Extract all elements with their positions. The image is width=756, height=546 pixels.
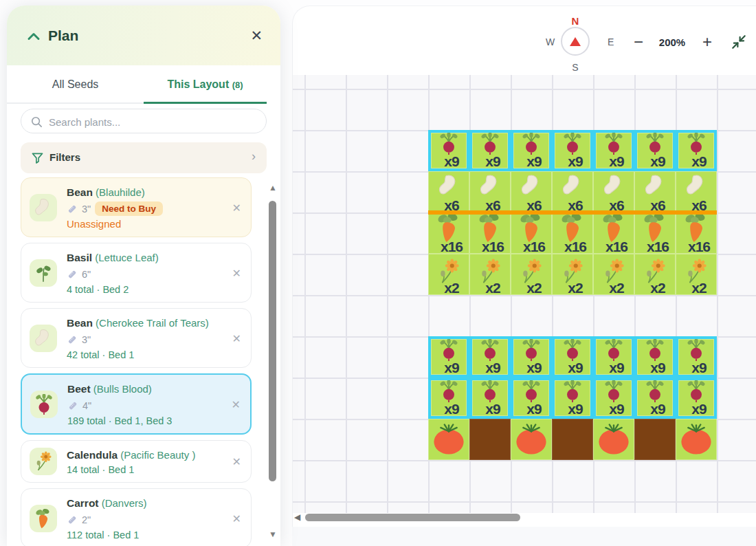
garden-grid[interactable]: x9x9x9x9x9x9x9x6x6x6x6x6x6x6x16x16x16x16… bbox=[293, 75, 756, 513]
planting-tile-beet[interactable]: x9 bbox=[634, 336, 676, 378]
planting-tile-carrot[interactable]: x16 bbox=[593, 212, 634, 254]
beet-icon bbox=[562, 339, 583, 361]
planting-tile-carrot[interactable]: x16 bbox=[676, 212, 717, 254]
planting-tile-calendula[interactable]: x2 bbox=[428, 254, 469, 295]
planting-tile-calendula[interactable]: x2 bbox=[676, 254, 717, 295]
remove-plant-button[interactable]: ✕ bbox=[232, 201, 241, 214]
scroll-down-button[interactable]: ▼ bbox=[269, 529, 277, 539]
planting-tile-calendula[interactable]: x2 bbox=[511, 254, 552, 295]
search-input[interactable] bbox=[47, 111, 256, 133]
beet-icon bbox=[603, 133, 625, 155]
planting-tile-calendula[interactable]: x2 bbox=[634, 254, 676, 295]
tile-count: x2 bbox=[552, 280, 593, 296]
tile-count: x9 bbox=[513, 153, 549, 170]
remove-plant-button[interactable]: ✕ bbox=[232, 512, 241, 525]
plant-spacing: 6" bbox=[82, 269, 91, 280]
tomato-icon bbox=[430, 421, 468, 458]
search-box bbox=[21, 109, 267, 133]
plant-card[interactable]: Carrot (Danvers)2"112 total · Bed 1✕ bbox=[21, 488, 252, 546]
planting-tile-beet[interactable]: x9 bbox=[634, 130, 676, 171]
planting-tile-beet[interactable]: x9 bbox=[511, 336, 552, 378]
planting-tile-beet[interactable]: x9 bbox=[676, 130, 717, 171]
planting-tile-bean[interactable]: x6 bbox=[511, 171, 552, 212]
planting-tile-tomato[interactable] bbox=[676, 419, 717, 460]
scroll-up-button[interactable]: ▲ bbox=[269, 183, 277, 193]
beet-icon bbox=[34, 394, 54, 415]
plant-card[interactable]: Bean (Cherokee Trail of Tears)3"42 total… bbox=[21, 308, 252, 368]
plant-variety: (Bulls Blood) bbox=[91, 383, 152, 395]
planting-tile-beet[interactable]: x9 bbox=[676, 378, 717, 419]
planting-tile-bean[interactable]: x6 bbox=[634, 171, 676, 212]
remove-plant-button[interactable]: ✕ bbox=[232, 455, 241, 468]
planting-tile-beet[interactable]: x9 bbox=[428, 378, 469, 419]
plant-card[interactable]: Beet (Bulls Blood)4"189 total · Bed 1, B… bbox=[21, 373, 252, 435]
planting-tile-beet[interactable]: x9 bbox=[428, 130, 469, 171]
hscroll-thumb[interactable] bbox=[305, 514, 520, 521]
plant-icon-tile bbox=[30, 259, 57, 287]
planting-tile-bean[interactable]: x6 bbox=[469, 171, 511, 212]
planting-tile-tomato[interactable] bbox=[511, 419, 552, 460]
plant-total: 14 total · Bed 1 bbox=[67, 463, 230, 477]
planting-tile-bean[interactable]: x6 bbox=[428, 171, 469, 212]
tab-all-seeds[interactable]: All Seeds bbox=[7, 65, 144, 104]
hscroll-left-button[interactable]: ◀ bbox=[294, 512, 300, 522]
plant-row: x16x16x16x16x16x16x16 bbox=[428, 212, 717, 254]
planting-tile-bean[interactable]: x6 bbox=[676, 171, 717, 212]
planting-tile-beet[interactable]: x9 bbox=[552, 378, 593, 419]
planting-tile-beet[interactable]: x9 bbox=[469, 378, 511, 419]
zoom-out-button[interactable]: − bbox=[627, 31, 649, 53]
plant-title-row: Basil (Lettuce Leaf) bbox=[67, 250, 230, 265]
plant-card[interactable]: Basil (Lettuce Leaf)6"4 total · Bed 2✕ bbox=[21, 243, 252, 303]
plant-card[interactable]: Bean (Blauhilde)3"Need to BuyUnassigned✕ bbox=[21, 177, 252, 237]
planting-tile-carrot[interactable]: x16 bbox=[552, 212, 593, 254]
planting-tile-calendula[interactable]: x2 bbox=[469, 254, 511, 295]
planting-tile-beet[interactable]: x9 bbox=[676, 336, 717, 378]
planting-tile-bean[interactable]: x6 bbox=[593, 171, 634, 212]
planting-tile-carrot[interactable]: x16 bbox=[469, 212, 511, 254]
sidebar-scroll-thumb[interactable] bbox=[269, 201, 276, 481]
remove-plant-button[interactable]: ✕ bbox=[232, 331, 241, 345]
planting-tile-beet[interactable]: x9 bbox=[593, 130, 634, 171]
planting-tile-beet[interactable]: x9 bbox=[428, 336, 469, 378]
bean-icon bbox=[601, 173, 626, 199]
planting-tile-calendula[interactable]: x2 bbox=[552, 254, 593, 295]
bean-icon bbox=[684, 173, 709, 199]
planting-tile-beet[interactable]: x9 bbox=[552, 336, 593, 378]
remove-plant-button[interactable]: ✕ bbox=[232, 397, 241, 411]
beet-icon bbox=[479, 133, 501, 155]
planting-tile-beet[interactable]: x9 bbox=[469, 130, 511, 171]
planting-tile-bean[interactable]: x6 bbox=[552, 171, 593, 212]
bean-icon bbox=[478, 173, 502, 199]
planting-tile-calendula[interactable]: x2 bbox=[593, 254, 634, 295]
collapse-panel-button[interactable] bbox=[26, 30, 41, 43]
tile-count: x2 bbox=[469, 280, 511, 296]
planting-tile-beet[interactable]: x9 bbox=[593, 336, 634, 378]
planting-tile-beet[interactable]: x9 bbox=[634, 378, 676, 419]
planting-tile-beet[interactable]: x9 bbox=[593, 378, 634, 419]
planting-tile-beet[interactable]: x9 bbox=[469, 336, 511, 378]
planting-tile-tomato[interactable] bbox=[593, 419, 634, 460]
planting-tile-beet[interactable]: x9 bbox=[552, 130, 593, 171]
planting-tile-beet[interactable]: x9 bbox=[511, 130, 552, 171]
tab-this-layout[interactable]: This Layout (8) bbox=[144, 65, 267, 104]
collapse-view-button[interactable] bbox=[730, 34, 748, 52]
planting-tile-beet[interactable]: x9 bbox=[511, 378, 552, 419]
planting-tile-carrot[interactable]: x16 bbox=[428, 212, 469, 254]
planting-tile-carrot[interactable]: x16 bbox=[634, 212, 676, 254]
planting-tile-carrot[interactable]: x16 bbox=[511, 212, 552, 254]
soil-tile[interactable] bbox=[469, 419, 511, 460]
tile-count: x6 bbox=[593, 197, 634, 214]
planting-tile-tomato[interactable] bbox=[428, 419, 469, 460]
close-panel-button[interactable]: ✕ bbox=[250, 28, 263, 44]
tile-count: x6 bbox=[552, 197, 593, 214]
need-to-buy-badge: Need to Buy bbox=[95, 201, 163, 216]
filters-button[interactable]: Filters › bbox=[21, 142, 267, 173]
plant-card[interactable]: Calendula (Pacific Beauty )14 total · Be… bbox=[21, 440, 252, 483]
remove-plant-button[interactable]: ✕ bbox=[232, 266, 241, 279]
plant-total: 189 total · Bed 1, Bed 3 bbox=[67, 414, 230, 428]
tile-count: x9 bbox=[596, 153, 632, 170]
zoom-in-button[interactable]: + bbox=[696, 31, 718, 53]
soil-tile[interactable] bbox=[634, 419, 676, 460]
plant-spacing: 3" bbox=[82, 204, 91, 215]
soil-tile[interactable] bbox=[552, 419, 593, 460]
